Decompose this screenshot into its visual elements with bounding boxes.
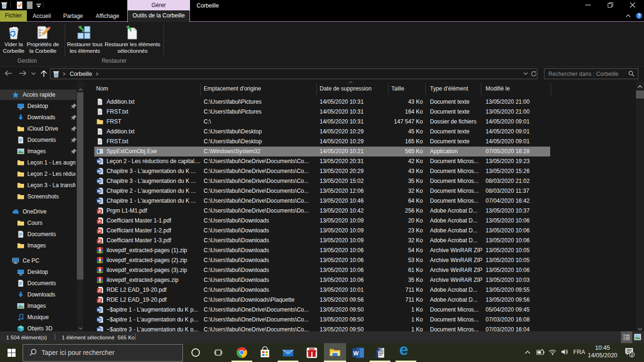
svg-text:2: 2 [631,353,633,357]
svg-text:W: W [97,318,101,322]
svg-text:W: W [97,179,101,183]
svg-text:W: W [97,189,101,193]
svg-text:W: W [353,350,359,357]
svg-text:W: W [97,199,101,203]
svg-text:?: ? [637,13,640,18]
svg-text:W: W [97,169,101,173]
svg-text:W: W [97,308,101,312]
svg-text:W: W [97,159,101,164]
